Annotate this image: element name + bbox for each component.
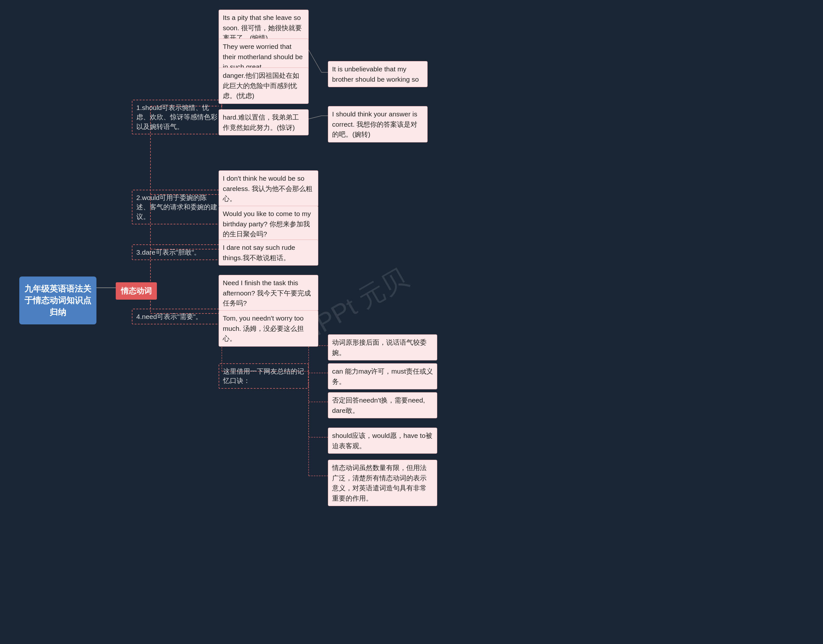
root-node: 九年级英语语法关于情态动词知识点归纳 <box>19 276 97 324</box>
branch1-label: 1.should可表示惋惜、忧虑、欢欣、惊讶等感情色彩以及婉转语气。 <box>132 100 222 134</box>
branch4-node1: Need I finish the task this afternoon? 我… <box>219 275 318 311</box>
memory-item5: 情态动词虽然数量有限，但用法广泛，清楚所有情态动词的表示意义，对英语遣词造句具有… <box>328 460 437 506</box>
connector-lines <box>0 0 823 644</box>
branch1-node3: danger.他们因祖国处在如此巨大的危险中而感到忧虑。(忧虑) <box>219 67 309 104</box>
memory-item2: can 能力may许可，must责任或义务。 <box>328 363 437 389</box>
memory-item4: should应该，would愿，have to被迫表客观。 <box>328 428 437 454</box>
branch2-label: 2.would可用于委婉的陈述、客气的请求和委婉的建议。 <box>132 190 222 224</box>
branch1-node4: hard.难以置信，我弟弟工作竟然如此努力。(惊讶) <box>219 109 309 135</box>
memory-item3: 否定回答needn't换，需要need, dare敢。 <box>328 392 437 418</box>
branch2-node2: Would you like to come to my birthday pa… <box>219 206 318 242</box>
svg-line-19 <box>309 116 322 119</box>
branch3-node1: I dare not say such rude things.我不敢说粗话。 <box>219 239 318 265</box>
branch2-node1: I don't think he would be so careless. 我… <box>219 170 318 207</box>
branch3-label: 3.dare可表示"胆敢"。 <box>132 244 222 260</box>
branch4-node2: Tom, you needn't worry too much. 汤姆，没必要这… <box>219 310 318 347</box>
memory-label: 这里借用一下网友总结的记忆口诀： <box>219 363 309 389</box>
branch1-right2: I should think your answer is correct. 我… <box>328 106 428 143</box>
svg-line-17 <box>309 50 322 72</box>
branch1-right1: It is unbelievable that my brother shoul… <box>328 61 428 87</box>
modal-node: 情态动词 <box>116 282 157 300</box>
memory-item1: 动词原形接后面，说话语气较委婉。 <box>328 334 437 360</box>
branch4-label: 4.need可表示"需要"。 <box>132 309 222 324</box>
mindmap-container: AIPPt 元贝 九年级英语语法关于情态动词知识点归纳 情态动词 1.shoul… <box>0 0 823 644</box>
